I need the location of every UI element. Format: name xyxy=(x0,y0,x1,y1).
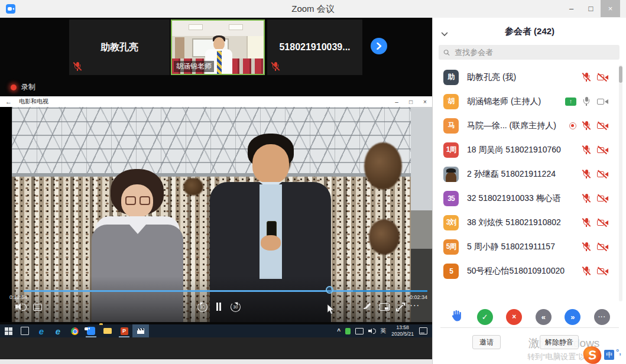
edge-icon[interactable]: e xyxy=(33,324,50,337)
tray-date: 2020/5/21 xyxy=(391,331,414,337)
video-tile-participant-1[interactable]: 助教孔亮 xyxy=(69,20,170,75)
screen-share-badge: ↑ xyxy=(565,98,576,106)
classroom-ceiling xyxy=(172,21,264,36)
network-icon[interactable] xyxy=(355,328,364,334)
participant-row[interactable]: 5周 5 周小静 518021911157 xyxy=(433,235,626,259)
forward-30-button[interactable]: 30 xyxy=(231,302,241,312)
mic-muted-icon[interactable] xyxy=(582,121,591,131)
shared-video-content: 0:12:54 0:02:34 10 30 ··· xyxy=(0,107,432,322)
mushroom-cluster xyxy=(369,219,400,255)
participant-name: 胡涵锦老师 (主持人) xyxy=(467,96,541,107)
recording-indicator: 录制 xyxy=(11,82,35,92)
tray-chevron-icon[interactable]: ^ xyxy=(337,328,340,334)
avatar: 5周 xyxy=(443,239,459,255)
player-window-title: 电影和电视 xyxy=(19,98,48,106)
tray-app-icon[interactable] xyxy=(345,328,351,334)
player-minimize-button[interactable]: – xyxy=(390,99,404,105)
camera-muted-icon[interactable] xyxy=(596,218,609,228)
raise-hand-button[interactable] xyxy=(449,308,463,325)
avatar: 3刘 xyxy=(443,215,459,230)
rewind-10-button[interactable]: 10 xyxy=(197,302,207,312)
mini-view-icon[interactable] xyxy=(380,303,390,311)
player-maximize-button[interactable]: □ xyxy=(404,99,418,105)
participant-row[interactable]: 35 32 518021910033 梅心语 xyxy=(433,186,626,210)
participant-row[interactable]: 助 助教孔亮 (我) xyxy=(433,65,626,89)
seek-handle[interactable] xyxy=(326,286,333,294)
participant-row[interactable]: 2 孙继磊 518021911224 xyxy=(433,162,626,186)
mic-muted-icon[interactable] xyxy=(582,72,591,82)
participant-row[interactable]: 3刘 38 刘炫佚 518021910802 xyxy=(433,210,626,235)
participant-row[interactable]: 马 马院—徐... (联席主持人) xyxy=(433,113,626,138)
participant-row[interactable]: 胡 胡涵锦老师 (主持人) ↑ xyxy=(433,89,626,113)
slower-button[interactable]: « xyxy=(536,309,552,325)
powerpoint-icon[interactable]: P xyxy=(116,324,132,337)
faster-button[interactable]: » xyxy=(565,309,580,325)
action-center-icon[interactable] xyxy=(419,327,427,334)
participants-list: 助 助教孔亮 (我) 胡 胡涵锦老师 (主持人) ↑ 马 马院—徐... (联席 xyxy=(433,65,626,283)
camera-muted-icon[interactable] xyxy=(596,121,609,131)
seek-bar[interactable] xyxy=(24,290,427,292)
zoom-taskbar-icon[interactable] xyxy=(83,324,99,337)
mic-muted-icon[interactable] xyxy=(582,266,591,276)
camera-muted-icon[interactable] xyxy=(596,73,609,82)
next-participants-button[interactable] xyxy=(371,38,387,54)
ime-language-indicator[interactable]: 英 xyxy=(380,327,386,335)
unmute-all-button[interactable]: 解除静音 xyxy=(540,335,579,349)
participant-name: 32 518021910033 梅心语 xyxy=(467,193,561,204)
camera-on-icon[interactable] xyxy=(596,97,609,106)
pause-button[interactable] xyxy=(215,303,222,311)
avatar: 助 xyxy=(443,70,459,85)
remaining-time: 0:02:34 xyxy=(410,294,427,300)
participant-name: 马院—徐... (联席主持人) xyxy=(467,121,556,131)
mouse-cursor xyxy=(327,304,335,315)
mic-muted-icon[interactable] xyxy=(582,145,591,155)
camera-muted-icon[interactable] xyxy=(596,194,609,203)
no-button[interactable]: × xyxy=(506,309,522,325)
mic-muted-icon[interactable] xyxy=(582,169,591,179)
tray-volume-icon[interactable] xyxy=(368,328,375,334)
participant-row[interactable]: 1周 18 周吴尚 518021910760 xyxy=(433,138,626,162)
search-input[interactable] xyxy=(453,47,615,57)
file-explorer-icon[interactable] xyxy=(99,324,116,337)
back-arrow-icon[interactable]: ← xyxy=(5,98,12,105)
camera-muted-icon[interactable] xyxy=(596,242,609,252)
subtitles-icon[interactable] xyxy=(33,304,42,311)
clock[interactable]: 13:58 2020/5/21 xyxy=(391,324,414,337)
participant-row[interactable]: 5 50号程心怡518010910020 xyxy=(433,259,626,283)
player-close-button[interactable]: × xyxy=(418,99,432,105)
ime-chinese-badge[interactable]: 中 xyxy=(604,350,614,360)
video-tile-participant-3[interactable]: 518021910039... xyxy=(267,20,362,75)
minimize-button[interactable]: – xyxy=(562,0,581,17)
start-button[interactable] xyxy=(0,324,17,337)
ceiling-light xyxy=(229,24,243,30)
participant-name: 5 周小静 518021911157 xyxy=(467,242,555,252)
more-reactions-button[interactable]: ··· xyxy=(594,309,610,325)
participant-name: 2 孙继磊 518021911224 xyxy=(467,169,556,180)
maximize-button[interactable]: □ xyxy=(581,0,601,17)
camera-muted-icon[interactable] xyxy=(596,145,609,155)
scrollbar-thumb[interactable] xyxy=(619,66,622,83)
camera-muted-icon[interactable] xyxy=(596,170,609,179)
chrome-icon[interactable] xyxy=(66,324,83,337)
camera-muted-icon[interactable] xyxy=(596,266,609,276)
mic-muted-icon[interactable] xyxy=(582,217,591,228)
player-more-icon[interactable]: ··· xyxy=(410,302,420,309)
invite-button[interactable]: 邀请 xyxy=(472,335,501,349)
internet-explorer-icon[interactable]: e xyxy=(50,324,66,337)
movies-tv-taskbar-icon[interactable] xyxy=(132,324,149,337)
task-view-button[interactable] xyxy=(17,324,33,337)
search-box[interactable] xyxy=(439,45,619,60)
fullscreen-icon[interactable] xyxy=(396,303,405,311)
yes-button[interactable]: ✓ xyxy=(477,309,493,325)
participant-name: 50号程心怡518010910020 xyxy=(467,266,565,277)
scrollbar[interactable] xyxy=(619,65,622,301)
mic-muted-icon[interactable] xyxy=(582,193,591,203)
mic-muted-icon[interactable] xyxy=(582,242,591,252)
chevron-right-icon xyxy=(376,43,382,50)
close-button[interactable]: × xyxy=(601,0,620,17)
volume-icon[interactable] xyxy=(15,303,24,310)
edit-icon[interactable] xyxy=(363,302,372,311)
mic-on-icon[interactable] xyxy=(582,96,591,106)
video-tile-active-speaker[interactable]: 胡涵锦老师 xyxy=(171,20,265,75)
window-titlebar: Zoom 会议 – □ × xyxy=(0,0,626,18)
